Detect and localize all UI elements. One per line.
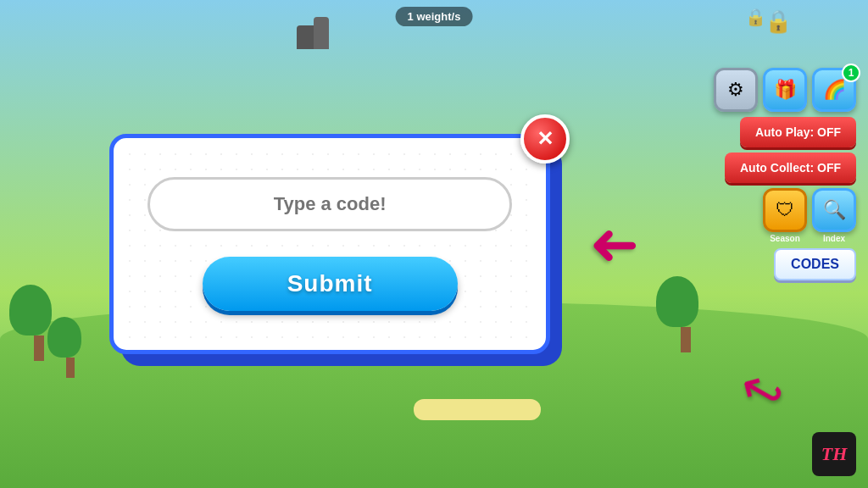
sidebar-row-3: Auto Collect: OFF — [725, 152, 856, 183]
gift-button[interactable]: 🎁 — [763, 68, 807, 112]
badge: 1 — [842, 64, 860, 82]
season-button[interactable]: 🛡 — [763, 188, 807, 232]
gift-icon: 🎁 — [774, 79, 797, 101]
codes-label: CODES — [791, 257, 839, 271]
tree-3 — [672, 276, 698, 352]
path — [414, 399, 541, 420]
codes-button[interactable]: CODES — [774, 248, 856, 280]
sidebar-row-5: CODES — [774, 248, 856, 280]
close-button[interactable]: ✕ — [520, 114, 570, 164]
watermark-text: TH — [821, 443, 848, 465]
auto-play-button[interactable]: Auto Play: OFF — [740, 117, 856, 147]
sidebar-row-1: ⚙ 🎁 🌈 1 — [714, 68, 856, 112]
tree-2 — [59, 317, 81, 378]
sidebar: ⚙ 🎁 🌈 1 Auto Play: OFF Auto Collect: OFF… — [714, 68, 856, 280]
season-icon: 🛡 — [776, 199, 794, 221]
sidebar-row-2: Auto Play: OFF — [740, 117, 856, 147]
gear-button[interactable]: ⚙ — [714, 68, 758, 112]
submit-button[interactable]: Submit — [203, 257, 458, 311]
lock-icon-2: 🔒 — [745, 7, 766, 27]
arrow-to-input: ➜ — [589, 214, 639, 274]
auto-collect-button[interactable]: Auto Collect: OFF — [725, 152, 856, 183]
weight-text: 1 weight/s — [408, 10, 461, 23]
weight-display: 1 weight/s — [396, 7, 473, 26]
egg-icon: 🌈 — [823, 79, 846, 101]
egg-button[interactable]: 🌈 1 — [812, 68, 856, 112]
gear-icon: ⚙ — [727, 79, 744, 101]
close-icon: ✕ — [537, 127, 554, 151]
building-2 — [314, 17, 329, 49]
season-button-container: 🛡 Season — [763, 188, 807, 243]
lock-icon-1: 🔒 — [765, 8, 792, 35]
tree-1 — [25, 285, 52, 361]
code-input[interactable] — [147, 177, 512, 231]
badge-count: 1 — [849, 67, 854, 79]
watermark: TH — [812, 432, 856, 476]
auto-collect-label: Auto Collect: OFF — [740, 161, 841, 175]
season-label: Season — [770, 234, 800, 243]
code-modal: ✕ ➜ Submit — [109, 134, 550, 354]
magnifier-icon: 🔍 — [823, 199, 846, 221]
modal-container: ✕ ➜ Submit — [109, 134, 550, 354]
sidebar-row-4: 🛡 Season 🔍 Index — [763, 188, 856, 243]
submit-label: Submit — [287, 270, 373, 297]
index-button[interactable]: 🔍 — [812, 188, 856, 232]
auto-play-label: Auto Play: OFF — [755, 125, 841, 139]
index-button-container: 🔍 Index — [812, 188, 856, 243]
index-label: Index — [823, 234, 845, 243]
